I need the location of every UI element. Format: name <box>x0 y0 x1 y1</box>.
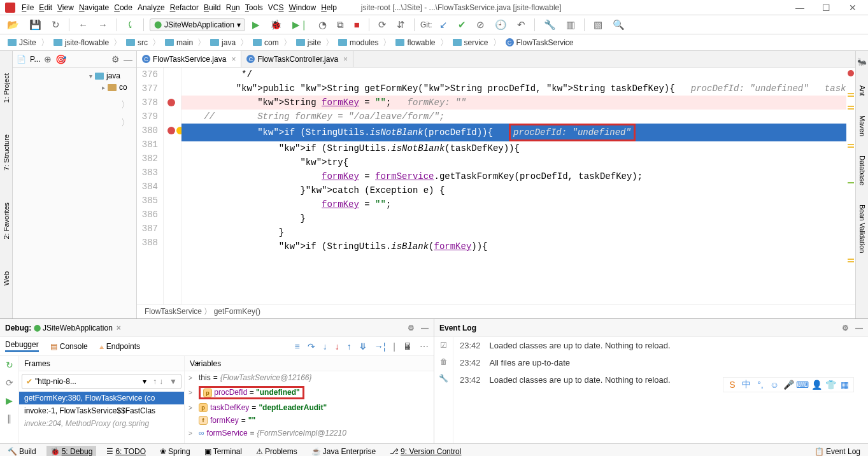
locate-icon[interactable]: 🎯 <box>55 54 66 64</box>
refresh-icon[interactable]: ⟳ <box>6 378 13 388</box>
tab-debugger[interactable]: Debugger <box>5 340 39 352</box>
breakpoint-icon[interactable] <box>167 99 175 106</box>
variable-row[interactable]: >p procDefId = "undefined" <box>185 384 434 401</box>
code-line-376[interactable]: */ <box>181 68 855 82</box>
close-icon[interactable]: × <box>343 55 348 64</box>
app-icon-2[interactable]: ▧ <box>590 17 606 32</box>
run-config-select[interactable]: ⬤ JSiteWebApplication ▾ <box>150 18 245 31</box>
save-icon[interactable]: 💾 <box>26 17 45 32</box>
breadcrumb-JSite[interactable]: JSite <box>4 38 40 48</box>
right-tab-ant[interactable]: Ant <box>858 85 866 96</box>
gear-icon[interactable]: ⚙ <box>842 324 849 332</box>
code-line-387[interactable]: } <box>181 225 855 239</box>
menu-navigate[interactable]: Navigate <box>79 3 109 12</box>
code-line-385[interactable]: formKey = ""; <box>181 197 855 211</box>
step-into-icon[interactable]: ↓ <box>323 341 327 352</box>
breadcrumb-com[interactable]: com <box>249 38 283 48</box>
build-icon[interactable]: ⤹ <box>123 17 138 32</box>
gear-icon[interactable]: ⚙ <box>408 324 415 332</box>
breadcrumb-java[interactable]: java <box>206 38 239 48</box>
vcs-diff-icon[interactable]: ⊘ <box>473 17 488 32</box>
menu-analyze[interactable]: Analyze <box>138 3 165 12</box>
run-icon[interactable]: ▶ <box>249 17 263 32</box>
code-line-383[interactable]: formKey = formService.getTaskFormKey(pro… <box>181 169 855 183</box>
gear-icon[interactable]: ⚙ <box>111 54 120 64</box>
more-icon[interactable]: ⋯ <box>420 341 429 352</box>
stop-icon[interactable]: ■ <box>351 17 363 32</box>
minimize-icon[interactable]: — <box>855 324 863 332</box>
menu-view[interactable]: View <box>57 3 74 12</box>
foot-javaee[interactable]: ☕ Java Enterprise <box>308 446 380 457</box>
tab-console[interactable]: ▤Console <box>50 342 88 351</box>
collapse-icon[interactable]: ⊕ <box>44 54 52 64</box>
drop-frame-icon[interactable]: ⤋ <box>359 341 367 352</box>
code-line-378[interactable]: "kw">String formKey = ""; formKey: "" <box>181 96 855 110</box>
code-line-381[interactable]: "kw">if (StringUtils.isNotBlank(taskDefK… <box>181 141 855 155</box>
menu-help[interactable]: Help <box>321 3 337 12</box>
foot-build[interactable]: 🔨 Build <box>4 446 40 457</box>
menu-file[interactable]: File <box>22 3 34 12</box>
foot-debug[interactable]: 🐞 5: Debug <box>46 446 97 457</box>
resume-icon[interactable]: ▶ <box>6 395 13 406</box>
menu-code[interactable]: Code <box>114 3 132 12</box>
add-watch-icon[interactable]: + <box>196 359 200 368</box>
minimize-icon[interactable]: — <box>795 4 803 11</box>
ime-skin-icon[interactable]: 👕 <box>825 380 836 390</box>
right-tab-database[interactable]: Database <box>858 155 866 185</box>
code-line-386[interactable]: } <box>181 211 855 225</box>
thread-select[interactable]: ✔"http-nio-8... ▾ ↑↓ ▼ <box>22 374 181 389</box>
ime-lang-icon[interactable]: 中 <box>741 380 751 390</box>
close-icon[interactable]: ✕ <box>849 4 857 11</box>
code-line-384[interactable]: }"kw">catch (Exception e) { <box>181 183 855 197</box>
rerun-icon[interactable]: ↻ <box>6 360 13 370</box>
maximize-icon[interactable]: ☐ <box>822 4 830 11</box>
editor-tab[interactable]: CFlowTaskController.java× <box>241 51 353 67</box>
code-line-388[interactable]: "kw">if (StringUtils.isBlank(formKey)){ <box>181 239 855 253</box>
close-icon[interactable]: × <box>231 55 236 64</box>
close-tab-icon[interactable]: × <box>117 324 121 332</box>
coverage-icon[interactable]: ▶❘ <box>289 17 311 32</box>
mark-read-icon[interactable]: ☑ <box>440 341 447 350</box>
menu-tools[interactable]: Tools <box>245 3 263 12</box>
filter-icon[interactable]: ▼ <box>169 377 177 386</box>
step-over-icon[interactable]: ↷ <box>308 341 315 352</box>
hotswap-icon[interactable]: ⇵ <box>394 17 408 32</box>
forward-icon[interactable]: → <box>95 17 111 32</box>
frame-item[interactable]: getFormKey:380, FlowTaskService (co <box>19 392 184 404</box>
left-tab-favorites[interactable]: 2: Favorites <box>3 199 10 242</box>
menu-edit[interactable]: Edit <box>39 3 52 12</box>
open-icon[interactable]: 📂 <box>4 17 22 32</box>
ime-keyboard-icon[interactable]: ⌨ <box>797 380 808 390</box>
foot-problems[interactable]: ⚠ Problems <box>252 446 301 457</box>
code-line-377[interactable]: "kw">public "kw">String getFormKey("kw">… <box>181 82 855 96</box>
breakpoint-icon[interactable] <box>167 127 175 134</box>
foot-spring[interactable]: ❀ Spring <box>156 446 194 457</box>
foot-terminal[interactable]: ▣ Terminal <box>201 446 246 457</box>
variable-row[interactable]: f formKey = "" <box>185 414 434 427</box>
profile-icon[interactable]: ◔ <box>315 17 330 32</box>
menu-build[interactable]: Build <box>204 3 221 12</box>
settings-icon[interactable]: 🔧 <box>541 17 559 32</box>
back-icon[interactable]: ← <box>75 17 91 32</box>
left-tab-structure[interactable]: 7: Structure <box>3 131 10 174</box>
step-out-icon[interactable]: ↑ <box>347 341 352 352</box>
left-tab-web[interactable]: Web <box>3 268 10 289</box>
code-lines[interactable]: */ "kw">public "kw">String getFormKey("k… <box>181 68 855 304</box>
code-line-379[interactable]: // String formKey = "/oa/leave/form/"; <box>181 110 855 124</box>
force-into-icon[interactable]: ↓ <box>335 341 339 352</box>
vcs-history-icon[interactable]: 🕘 <box>492 17 510 32</box>
foot-eventlog[interactable]: 📋 Event Log <box>811 446 864 457</box>
attach-icon[interactable]: ⧉ <box>334 17 347 32</box>
variable-row[interactable]: >∞ formService = {FormServiceImpl@12210 <box>185 427 434 439</box>
breadcrumb-jsite-flowable[interactable]: jsite-flowable <box>50 38 113 48</box>
update-icon[interactable]: ⟳ <box>375 17 390 32</box>
foot-todo[interactable]: ☰ 6: TODO <box>103 446 150 457</box>
vcs-update-icon[interactable]: ↙ <box>436 17 451 32</box>
tab-endpoints[interactable]: ⟁Endpoints <box>99 342 140 351</box>
foot-vcs[interactable]: ⎇ 9: Version Control <box>386 446 465 457</box>
chevron-right-icon[interactable]: 〉 <box>13 99 136 111</box>
tree-java[interactable]: ▾java <box>13 70 136 82</box>
variable-row[interactable]: >p taskDefKey = "deptLeaderAudit" <box>185 401 434 414</box>
menu-run[interactable]: Run <box>226 3 240 12</box>
breadcrumb-src[interactable]: src <box>122 38 152 48</box>
